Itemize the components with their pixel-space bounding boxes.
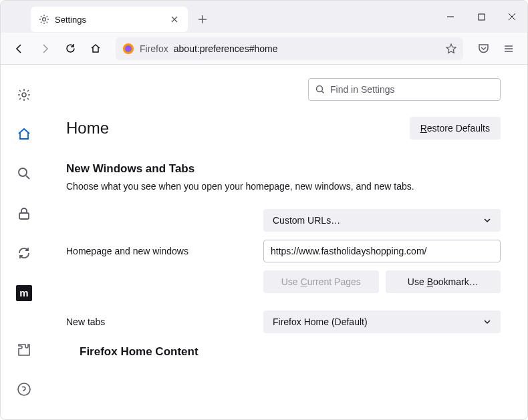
new-tab-button[interactable] bbox=[192, 9, 213, 30]
minimize-button[interactable] bbox=[435, 1, 466, 33]
urlbar-identity: Firefox bbox=[140, 43, 168, 54]
svg-rect-1 bbox=[479, 14, 485, 20]
sidebar-general[interactable] bbox=[13, 83, 35, 106]
chevron-down-icon bbox=[483, 318, 491, 326]
use-current-pages-button[interactable]: Use Current Pages bbox=[263, 270, 379, 293]
gear-icon bbox=[39, 14, 49, 25]
use-bookmark-button[interactable]: Use Bookmark… bbox=[386, 270, 501, 293]
reload-button[interactable] bbox=[59, 38, 81, 59]
forward-button[interactable] bbox=[34, 38, 55, 59]
tab-title: Settings bbox=[55, 15, 164, 25]
section-new-windows-desc: Choose what you see when you open your h… bbox=[66, 181, 501, 192]
titlebar: Settings bbox=[1, 1, 527, 33]
settings-main: Find in Settings Home Restore Defaults N… bbox=[47, 65, 527, 419]
svg-point-0 bbox=[43, 18, 46, 21]
sidebar-sync[interactable] bbox=[13, 242, 35, 264]
settings-sidebar: m bbox=[1, 65, 47, 419]
bookmark-star-icon[interactable] bbox=[446, 43, 456, 54]
pocket-button[interactable] bbox=[473, 38, 494, 59]
section-new-windows-title: New Windows and Tabs bbox=[66, 162, 501, 176]
search-icon bbox=[315, 85, 325, 94]
homepage-label: Homepage and new windows bbox=[66, 246, 263, 256]
newtabs-label: New tabs bbox=[66, 317, 263, 327]
firefox-logo-icon bbox=[122, 43, 134, 55]
homepage-mode-dropdown[interactable]: Custom URLs… bbox=[263, 209, 501, 232]
tab-close-button[interactable] bbox=[169, 14, 180, 25]
sidebar-extensions[interactable] bbox=[13, 339, 35, 361]
urlbar-text: about:preferences#home bbox=[174, 43, 440, 54]
svg-point-3 bbox=[125, 45, 132, 52]
svg-point-7 bbox=[18, 383, 30, 395]
navigation-toolbar: Firefox about:preferences#home bbox=[1, 33, 527, 65]
menu-button[interactable] bbox=[498, 38, 519, 59]
home-button[interactable] bbox=[85, 38, 106, 59]
settings-search-input[interactable]: Find in Settings bbox=[308, 78, 501, 101]
url-bar[interactable]: Firefox about:preferences#home bbox=[116, 37, 463, 60]
newtabs-dropdown[interactable]: Firefox Home (Default) bbox=[263, 310, 501, 333]
homepage-url-input[interactable] bbox=[263, 240, 501, 262]
close-window-button[interactable] bbox=[497, 1, 527, 33]
content-area: m Find in Settings Home Restore Defaults… bbox=[1, 65, 527, 419]
svg-point-5 bbox=[19, 168, 27, 176]
restore-defaults-button[interactable]: Restore Defaults bbox=[410, 117, 501, 140]
sidebar-search[interactable] bbox=[13, 163, 35, 185]
maximize-button[interactable] bbox=[466, 1, 497, 33]
page-title: Home bbox=[66, 119, 109, 138]
svg-point-8 bbox=[317, 86, 323, 92]
svg-point-4 bbox=[22, 93, 26, 97]
back-button[interactable] bbox=[9, 38, 30, 59]
section-firefox-home-content-title: Firefox Home Content bbox=[80, 345, 501, 359]
dropdown-label: Custom URLs… bbox=[273, 215, 340, 226]
chevron-down-icon bbox=[483, 216, 491, 224]
search-placeholder: Find in Settings bbox=[330, 84, 395, 95]
sidebar-home[interactable] bbox=[13, 123, 35, 145]
browser-tab[interactable]: Settings bbox=[31, 7, 188, 32]
mozilla-icon: m bbox=[16, 285, 32, 301]
window-controls bbox=[435, 1, 527, 33]
svg-rect-6 bbox=[19, 213, 29, 219]
sidebar-help[interactable] bbox=[13, 379, 35, 401]
sidebar-more-from-mozilla[interactable]: m bbox=[13, 282, 35, 304]
dropdown-label: Firefox Home (Default) bbox=[273, 317, 368, 327]
sidebar-privacy[interactable] bbox=[13, 202, 35, 224]
